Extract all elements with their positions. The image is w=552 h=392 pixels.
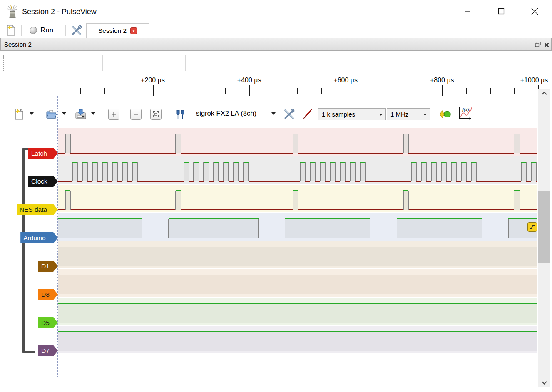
ruler-minor-tick (177, 88, 178, 94)
waveform-svg (58, 96, 537, 387)
run-state-icon (30, 27, 37, 34)
ruler-minor-tick (394, 88, 395, 94)
waveform-trace-area[interactable] (58, 96, 537, 387)
dock-close-icon (544, 42, 549, 47)
close-icon (531, 8, 538, 15)
ruler-minor-tick (104, 88, 105, 94)
ruler-minor-tick (225, 88, 226, 94)
dock-float-button[interactable] (535, 41, 541, 49)
scroll-down-button[interactable] (538, 378, 550, 387)
open-file-button[interactable] (45, 109, 57, 119)
time-ruler[interactable]: +200 µs+400 µs+600 µs+800 µs+1000 µs (0, 75, 552, 96)
tab-session-2[interactable]: Session 2 x (86, 23, 149, 38)
toolbar-drag-handle[interactable] (3, 55, 4, 71)
maximize-icon (498, 8, 505, 15)
close-button[interactable] (523, 3, 546, 20)
separator (185, 55, 186, 71)
ruler-major-label: +200 µs (138, 77, 168, 84)
channel-label-d3[interactable]: D3 (38, 289, 58, 300)
open-folder-icon (46, 109, 57, 119)
ruler-minor-tick (201, 88, 202, 94)
tab-close-icon[interactable]: x (130, 27, 137, 34)
new-file-dropdown-caret[interactable] (30, 112, 34, 115)
ruler-major-tick (442, 85, 443, 96)
ruler-major-label: +400 µs (234, 77, 264, 84)
ruler-minor-tick (57, 88, 57, 94)
channel-label-clock[interactable]: Clock (28, 176, 58, 187)
channel-label-d7[interactable]: D7 (38, 345, 58, 356)
separator (102, 55, 103, 71)
session-tab-bar: Run Session 2 x (0, 23, 552, 38)
ruler-minor-tick (490, 88, 491, 94)
pulseview-app-icon (6, 5, 19, 19)
ruler-minor-tick (418, 88, 419, 94)
ruler-minor-tick (321, 88, 322, 94)
ruler-major-label: +800 µs (427, 77, 457, 84)
maximize-button[interactable] (490, 3, 513, 20)
main-toolbar: sigrok FX2 LA (8ch) 1 k samples 1 MHz (0, 51, 552, 75)
channel-label-arduino[interactable]: Arduino (20, 232, 58, 243)
dock-title-bar: Session 2 (0, 38, 552, 51)
ruler-major-label: +600 µs (331, 77, 361, 84)
new-session-button[interactable] (5, 24, 17, 37)
new-file-icon (15, 109, 24, 120)
dock-title: Session 2 (4, 38, 32, 50)
ruler-minor-tick (466, 88, 467, 94)
separator (435, 55, 435, 71)
ruler-minor-tick (129, 88, 129, 94)
minimize-button[interactable] (456, 3, 479, 20)
new-session-icon (7, 25, 15, 36)
tab-label: Session 2 (98, 27, 127, 35)
scroll-up-button[interactable] (538, 89, 550, 98)
separator (169, 55, 169, 71)
settings-button[interactable] (70, 25, 83, 36)
vertical-scrollbar[interactable] (538, 89, 550, 387)
channel-label-d5[interactable]: D5 (38, 317, 58, 328)
ruler-minor-tick (514, 88, 515, 94)
window-title: Session 2 - PulseView (22, 0, 97, 23)
ruler-major-label: +1000 µs (517, 77, 551, 84)
minimize-icon (464, 8, 471, 15)
ruler-minor-tick (274, 88, 274, 94)
channel-label-d1[interactable]: D1 (38, 261, 58, 272)
capture-start-marker-line (57, 96, 58, 377)
channel-label-latch[interactable]: Latch (28, 148, 58, 159)
run-button[interactable]: Run (25, 24, 57, 37)
ruler-minor-tick (297, 88, 298, 94)
separator (21, 25, 22, 36)
new-file-button[interactable] (13, 108, 25, 120)
pulseview-window: Session 2 - PulseView Run (0, 0, 552, 392)
separator (41, 55, 41, 71)
title-bar: Session 2 - PulseView (0, 0, 552, 23)
separator (65, 25, 66, 36)
dock-close-button[interactable] (544, 42, 549, 49)
chevron-up-icon (542, 92, 547, 95)
scrollbar-thumb[interactable] (538, 191, 550, 263)
channel-label-nes-data[interactable]: NES data (17, 204, 58, 215)
chevron-down-icon (542, 381, 547, 385)
rising-edge-trigger-icon (529, 223, 536, 231)
ruler-major-tick (153, 85, 154, 96)
ruler-minor-tick (370, 88, 370, 94)
settings-tools-icon (71, 25, 82, 36)
ruler-minor-tick (80, 88, 81, 94)
run-button-label: Run (40, 26, 53, 35)
trigger-marker-badge[interactable] (527, 222, 537, 232)
float-window-icon (535, 42, 541, 47)
ruler-major-tick (346, 85, 346, 96)
ruler-major-tick (249, 85, 250, 96)
